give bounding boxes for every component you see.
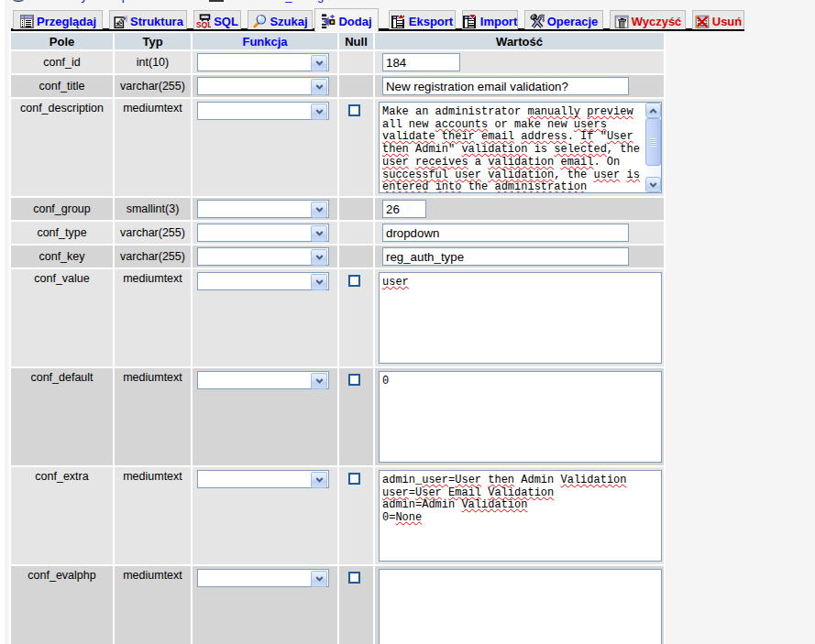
tab-operacje[interactable]: Operacje (524, 10, 603, 29)
scroll-thumb[interactable] (645, 118, 661, 166)
structure-icon (113, 14, 127, 28)
value-textarea[interactable]: admin_user=User then Admin Validation us… (379, 470, 662, 562)
misspelled-word: address (521, 130, 567, 143)
null-checkbox[interactable] (348, 275, 360, 287)
tab-import[interactable]: Import (462, 10, 518, 29)
textarea-text-segment (442, 486, 448, 499)
value-input[interactable] (382, 77, 629, 95)
textarea-text-segment: = (409, 486, 415, 499)
field-name: conf_value (11, 269, 113, 366)
tab-label: Przeglądaj (37, 15, 96, 28)
function-select[interactable] (197, 569, 329, 587)
field-name: conf_description (11, 99, 113, 196)
function-select[interactable] (197, 53, 329, 71)
tab-bar: PrzeglądajStrukturaSQLSQLSzukajDodajEksp… (11, 9, 744, 31)
textarea-text-segment: Admin" (409, 143, 462, 156)
function-select[interactable] (197, 470, 329, 488)
table-icon (209, 0, 224, 5)
null-cell (339, 198, 373, 220)
scroll-down-icon[interactable] (645, 177, 661, 192)
misspelled-word: None (395, 511, 422, 524)
tab-label: Eksport (409, 15, 453, 28)
tab-dodaj[interactable]: Dodaj (314, 8, 379, 32)
select-arrow-icon[interactable] (311, 202, 327, 218)
function-select[interactable] (197, 77, 329, 95)
select-arrow-icon[interactable] (311, 225, 327, 242)
value-cell (375, 566, 664, 644)
insert-icon (321, 14, 336, 28)
value-cell (375, 246, 664, 267)
value-cell: Make an administrator manually preview a… (375, 99, 664, 196)
column-header: Wartość (375, 33, 664, 49)
misspelled-word: into (435, 180, 462, 193)
value-cell: 0 (375, 368, 664, 465)
value-textarea[interactable]: 0 (379, 371, 662, 463)
import-icon (463, 14, 478, 28)
textarea-text-segment (435, 130, 442, 143)
value-cell: admin_user=User then Admin Validation us… (375, 467, 664, 564)
value-input[interactable] (382, 224, 629, 242)
select-arrow-icon[interactable] (311, 55, 327, 71)
field-name: conf_key (11, 246, 113, 267)
textarea-text-segment: , the (554, 169, 593, 181)
function-select[interactable] (197, 371, 329, 389)
select-arrow-icon[interactable] (311, 249, 327, 266)
function-select[interactable] (197, 247, 329, 266)
value-cell (375, 222, 664, 244)
value-input[interactable] (382, 247, 629, 266)
tab-przeglądaj[interactable]: Przeglądaj (13, 10, 103, 29)
scroll-up-icon[interactable] (645, 103, 661, 118)
select-arrow-icon[interactable] (311, 79, 327, 95)
drop-icon (695, 14, 710, 28)
textarea-text-segment: , the (607, 143, 640, 156)
breadcrumb-table-link[interactable]: vld_config (270, 0, 325, 3)
tab-eksport[interactable]: Eksport (389, 10, 456, 29)
textarea-text-segment: a (468, 156, 489, 169)
null-checkbox[interactable] (348, 572, 360, 584)
tab-sql[interactable]: SQLSQL (193, 10, 241, 29)
tab-usuń[interactable]: Usuń (692, 10, 744, 29)
value-textarea[interactable]: Make an administrator manually preview a… (379, 102, 662, 193)
textarea-text-segment: all new (382, 118, 435, 131)
tab-wyczyść[interactable]: Wyczyść (610, 10, 686, 29)
value-input[interactable] (382, 200, 426, 218)
tab-label: Dodaj (338, 15, 371, 28)
select-arrow-icon[interactable] (311, 472, 327, 488)
select-arrow-icon[interactable] (311, 274, 327, 290)
column-header[interactable]: Funkcja (193, 33, 337, 49)
misspelled-word: validation (488, 156, 554, 169)
misspelled-word: Validation (488, 486, 554, 499)
misspelled-word: user (382, 156, 409, 169)
field-row: conf_defaultmediumtext0 (11, 368, 664, 465)
function-select[interactable] (197, 102, 329, 120)
value-cell (375, 75, 664, 97)
function-cell (193, 246, 337, 267)
tab-struktura[interactable]: Struktura (109, 10, 187, 29)
select-arrow-icon[interactable] (311, 373, 327, 389)
select-arrow-icon[interactable] (311, 104, 327, 120)
misspelled-word: Validation (461, 498, 527, 511)
field-row: conf_titlevarchar(255) (11, 75, 664, 97)
misspelled-word: email (560, 156, 593, 169)
function-select[interactable] (197, 272, 329, 290)
null-checkbox[interactable] (348, 473, 360, 485)
misspelled-word: receives (415, 156, 468, 169)
value-textarea[interactable]: user (379, 272, 662, 364)
select-arrow-icon[interactable] (311, 571, 327, 587)
function-select[interactable] (197, 224, 329, 242)
function-select[interactable] (197, 200, 329, 218)
misspelled-word: If (580, 130, 593, 143)
textarea-scrollbar[interactable] (645, 103, 661, 192)
misspelled-word: selected (554, 143, 607, 156)
tab-szukaj[interactable]: Szukaj (248, 10, 313, 29)
breadcrumb-db-link[interactable]: vldpersonals (106, 0, 173, 3)
value-input[interactable] (382, 53, 460, 71)
value-cell (375, 51, 664, 73)
misspelled-word: then (488, 474, 514, 486)
null-cell (339, 222, 373, 244)
export-icon (391, 14, 406, 28)
value-cell: user (375, 269, 664, 366)
value-textarea[interactable] (379, 569, 662, 644)
null-checkbox[interactable] (348, 374, 360, 386)
null-checkbox[interactable] (348, 104, 360, 116)
